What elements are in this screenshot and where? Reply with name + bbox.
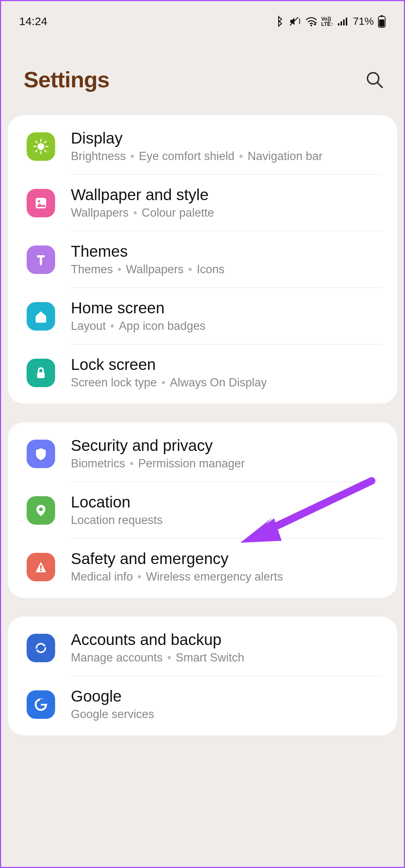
item-location[interactable]: Location Location requests bbox=[8, 482, 397, 538]
svg-rect-4 bbox=[343, 19, 345, 25]
svg-point-23 bbox=[39, 507, 43, 511]
item-title: Accounts and backup bbox=[71, 631, 381, 649]
item-display[interactable]: Display Brightness•Eye comfort shield•Na… bbox=[8, 118, 397, 174]
svg-point-11 bbox=[38, 143, 44, 150]
svg-rect-22 bbox=[37, 372, 45, 378]
status-time: 14:24 bbox=[19, 15, 47, 28]
item-google[interactable]: Google Google services bbox=[8, 676, 397, 732]
location-pin-icon bbox=[27, 496, 55, 525]
item-title: Lock screen bbox=[71, 356, 381, 374]
settings-group-3: Accounts and backup Manage accounts•Smar… bbox=[8, 617, 397, 735]
status-indicators: Vo))LTE↑ 71% bbox=[276, 15, 386, 28]
wifi-icon bbox=[305, 16, 318, 27]
lock-icon bbox=[27, 359, 55, 387]
svg-rect-8 bbox=[379, 19, 384, 27]
item-subtitle: Medical info•Wireless emergency alerts bbox=[71, 570, 381, 584]
emergency-icon bbox=[27, 553, 55, 581]
search-button[interactable] bbox=[363, 69, 386, 91]
home-icon bbox=[27, 302, 55, 331]
status-bar: 14:24 Vo))LTE↑ bbox=[1, 1, 404, 33]
item-title: Display bbox=[71, 129, 381, 147]
search-icon bbox=[365, 70, 384, 90]
item-title: Themes bbox=[71, 242, 381, 260]
svg-point-21 bbox=[38, 200, 40, 202]
item-lock-screen[interactable]: Lock screen Screen lock type•Always On D… bbox=[8, 344, 397, 401]
svg-rect-5 bbox=[346, 18, 347, 25]
signal-icon bbox=[337, 16, 348, 26]
svg-line-19 bbox=[45, 141, 46, 143]
item-title: Home screen bbox=[71, 299, 381, 317]
item-subtitle: Screen lock type•Always On Display bbox=[71, 376, 381, 389]
item-subtitle: Brightness•Eye comfort shield•Navigation… bbox=[71, 150, 381, 163]
svg-line-17 bbox=[45, 150, 46, 152]
item-title: Safety and emergency bbox=[71, 550, 381, 568]
item-subtitle: Biometrics•Permission manager bbox=[71, 457, 381, 470]
item-accounts[interactable]: Accounts and backup Manage accounts•Smar… bbox=[8, 620, 397, 676]
settings-group-1: Display Brightness•Eye comfort shield•Na… bbox=[8, 115, 397, 404]
page-header: Settings bbox=[1, 33, 404, 115]
item-wallpaper[interactable]: Wallpaper and style Wallpapers•Colour pa… bbox=[8, 175, 397, 231]
svg-point-1 bbox=[310, 24, 312, 26]
item-subtitle: Layout•App icon badges bbox=[71, 319, 381, 333]
settings-group-2: Security and privacy Biometrics•Permissi… bbox=[8, 422, 397, 598]
bluetooth-icon bbox=[276, 15, 285, 27]
mute-vibrate-icon bbox=[288, 16, 301, 27]
item-subtitle: Themes•Wallpapers•Icons bbox=[71, 263, 381, 276]
svg-line-10 bbox=[378, 83, 382, 87]
svg-point-9 bbox=[368, 73, 379, 84]
page-title: Settings bbox=[24, 67, 110, 93]
item-title: Location bbox=[71, 493, 381, 511]
volte-icon: Vo))LTE↑ bbox=[321, 16, 333, 27]
battery-percent: 71% bbox=[353, 15, 374, 27]
item-themes[interactable]: Themes Themes•Wallpapers•Icons bbox=[8, 231, 397, 287]
item-security[interactable]: Security and privacy Biometrics•Permissi… bbox=[8, 425, 397, 482]
item-subtitle: Manage accounts•Smart Switch bbox=[71, 651, 381, 664]
item-title: Google bbox=[71, 687, 381, 705]
wallpaper-icon bbox=[27, 189, 55, 217]
item-subtitle: Google services bbox=[71, 708, 381, 721]
battery-icon bbox=[378, 15, 386, 28]
svg-rect-25 bbox=[40, 570, 42, 571]
sync-icon bbox=[27, 634, 55, 662]
themes-icon bbox=[27, 245, 55, 274]
item-subtitle: Location requests bbox=[71, 513, 381, 527]
svg-line-18 bbox=[36, 150, 37, 152]
svg-rect-3 bbox=[340, 21, 342, 25]
svg-line-16 bbox=[36, 141, 37, 143]
item-safety[interactable]: Safety and emergency Medical info•Wirele… bbox=[8, 539, 397, 595]
svg-rect-24 bbox=[40, 565, 42, 569]
svg-rect-27 bbox=[40, 699, 47, 704]
google-icon bbox=[27, 690, 55, 719]
shield-icon bbox=[27, 440, 55, 468]
item-home-screen[interactable]: Home screen Layout•App icon badges bbox=[8, 288, 397, 344]
item-subtitle: Wallpapers•Colour palette bbox=[71, 206, 381, 220]
item-title: Security and privacy bbox=[71, 437, 381, 455]
svg-rect-2 bbox=[338, 23, 339, 25]
item-title: Wallpaper and style bbox=[71, 186, 381, 204]
brightness-icon bbox=[27, 132, 55, 161]
